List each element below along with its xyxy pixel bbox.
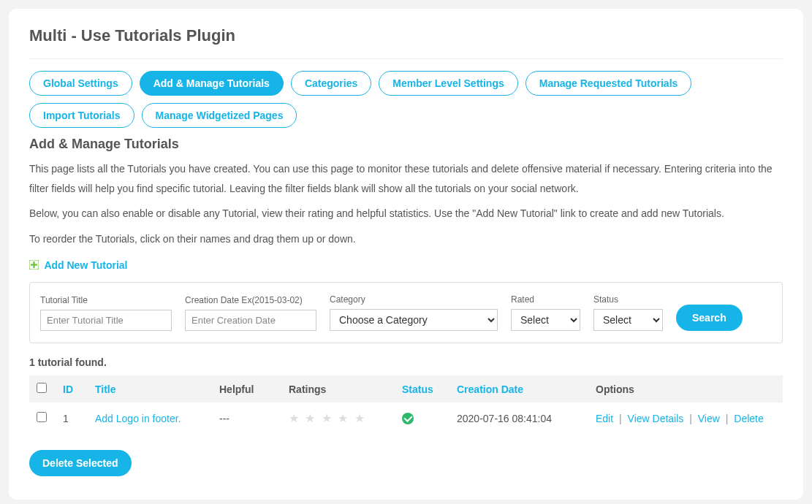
view-link[interactable]: View [698,413,720,424]
add-new-tutorial-label: Add New Tutorial [44,259,127,271]
view-details-link[interactable]: View Details [628,413,684,424]
cell-creation-date: 2020-07-16 08:41:04 [449,402,588,434]
table-row: 1 Add Logo in footer. --- ★ ★ ★ ★ ★ 2020… [29,402,783,434]
tab-add-manage-tutorials[interactable]: Add & Manage Tutorials [140,71,284,96]
col-helpful: Helpful [212,375,281,402]
col-ratings: Ratings [281,375,395,402]
add-new-tutorial-link[interactable]: Add New Tutorial [29,259,127,271]
filter-status-label: Status [593,294,663,305]
add-new-row: Add New Tutorial [29,259,783,272]
results-count: 1 tutorial found. [29,356,783,368]
filter-search-col: Search [676,305,743,331]
page-title: Multi - Use Tutorials Plugin [29,26,783,59]
cell-options: Edit | View Details | View | Delete [588,402,783,434]
filter-title-label: Tutorial Title [40,295,172,305]
rated-select[interactable]: Select [511,309,580,331]
search-button[interactable]: Search [676,305,743,331]
tab-member-level-settings[interactable]: Member Level Settings [379,71,518,96]
tab-manage-requested-tutorials[interactable]: Manage Requested Tutorials [525,71,692,96]
separator: | [619,413,622,424]
row-checkbox[interactable] [37,412,47,422]
delete-selected-button[interactable]: Delete Selected [29,450,132,476]
col-options: Options [588,375,783,402]
filter-status-col: Status Select [593,294,663,331]
tab-categories[interactable]: Categories [291,71,371,96]
tutorial-title-input[interactable] [40,310,172,331]
cell-status [395,402,449,434]
svg-rect-2 [31,264,37,266]
filter-date-col: Creation Date Ex(2015-03-02) [185,295,316,331]
description-3: To reorder the Tutorials, click on their… [29,229,783,249]
col-status[interactable]: Status [395,375,449,402]
filter-rated-label: Rated [511,294,580,305]
separator: | [689,413,692,424]
plus-icon [29,260,39,270]
description-1: This page lists all the Tutorials you ha… [29,159,783,198]
filter-date-label: Creation Date Ex(2015-03-02) [185,295,316,305]
cell-title: Add Logo in footer. [88,402,212,434]
delete-link[interactable]: Delete [734,413,763,424]
section-title: Add & Manage Tutorials [29,137,783,152]
tab-import-tutorials[interactable]: Import Tutorials [29,103,134,128]
edit-link[interactable]: Edit [596,413,613,424]
filter-category-col: Category Choose a Category [330,294,498,331]
col-id[interactable]: ID [56,375,88,402]
tab-global-settings[interactable]: Global Settings [29,71,132,96]
cell-id: 1 [56,402,88,434]
tutorials-table: ID Title Helpful Ratings Status Creation… [29,375,783,434]
status-select[interactable]: Select [593,309,663,331]
category-select[interactable]: Choose a Category [330,309,498,331]
cell-helpful: --- [212,402,281,434]
tab-manage-widgetized-pages[interactable]: Manage Widgetized Pages [142,103,297,128]
tutorial-title-link[interactable]: Add Logo in footer. [95,413,181,424]
admin-panel: Multi - Use Tutorials Plugin Global Sett… [9,9,803,500]
creation-date-input[interactable] [185,310,316,331]
tabs-row-1: Global Settings Add & Manage Tutorials C… [29,71,783,96]
col-title[interactable]: Title [88,375,212,402]
rating-stars: ★ ★ ★ ★ ★ [289,412,366,424]
col-checkbox [29,375,56,402]
status-active-icon[interactable] [402,413,414,424]
cell-checkbox [29,402,56,434]
filter-box: Tutorial Title Creation Date Ex(2015-03-… [29,282,783,343]
select-all-checkbox[interactable] [37,383,47,393]
filter-rated-col: Rated Select [511,294,580,331]
table-header-row: ID Title Helpful Ratings Status Creation… [29,375,783,402]
tabs-row-2: Import Tutorials Manage Widgetized Pages [29,103,783,128]
filter-category-label: Category [330,294,498,305]
separator: | [726,413,729,424]
description-2: Below, you can also enable or disable an… [29,204,783,224]
cell-ratings: ★ ★ ★ ★ ★ [281,402,395,434]
filter-title-col: Tutorial Title [40,295,172,331]
col-creation-date[interactable]: Creation Date [449,375,588,402]
